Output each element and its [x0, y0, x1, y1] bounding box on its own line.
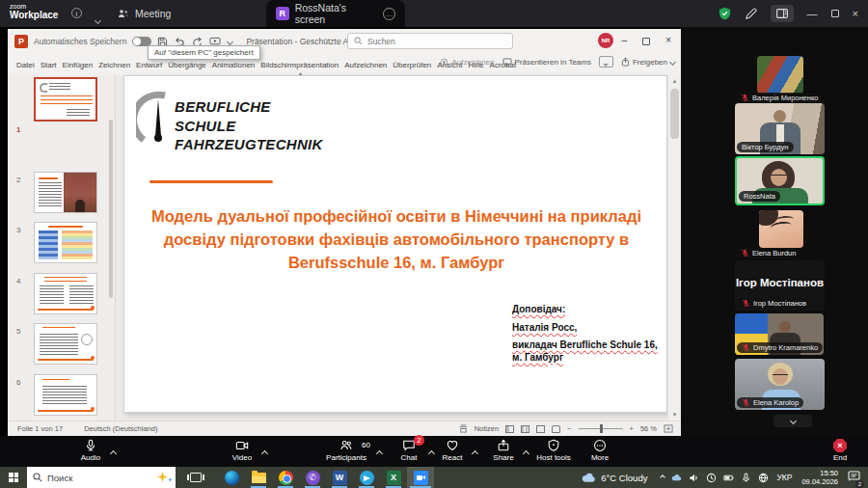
tab-options-icon[interactable]: …	[383, 8, 395, 20]
tab-meeting[interactable]: Meeting	[108, 0, 180, 27]
slide-number: 1	[16, 125, 20, 134]
camera-icon	[235, 439, 249, 452]
ppt-restore-button[interactable]	[642, 38, 650, 45]
video-button[interactable]: Video	[211, 439, 273, 462]
qat-more-chevron[interactable]	[227, 38, 233, 44]
notes-toggle[interactable]: Notizen	[475, 424, 499, 433]
reading-view-icon[interactable]	[536, 425, 545, 433]
menu-entwurf[interactable]: Entwurf	[136, 61, 162, 69]
video-tile-ihor-no-video[interactable]: Ігор Мостіпанов Ігор Мостіпанов	[735, 260, 825, 311]
toggle-panel-icon[interactable]	[771, 5, 794, 22]
weather-widget[interactable]: 6°C Cloudy	[582, 473, 647, 483]
menu-start[interactable]: Start	[41, 61, 57, 69]
menu-animationen[interactable]: Animationen	[212, 61, 255, 69]
audio-options-chevron[interactable]	[111, 443, 116, 460]
participants-button[interactable]: 60 Participants	[312, 439, 380, 462]
menu-zeichnen[interactable]: Zeichnen	[98, 61, 130, 69]
video-tile-rossnata-active-speaker[interactable]: RossNata	[735, 156, 825, 205]
ppt-close-button[interactable]: ×	[665, 35, 671, 45]
minimize-button[interactable]: —	[807, 7, 818, 20]
taskbar-clock[interactable]: 15:50 09.04.2026	[801, 469, 838, 486]
current-slide[interactable]: BERUFLICHE SCHULE FAHRZEUGTECHNIK Модель…	[123, 75, 667, 413]
slide-thumbnail-4[interactable]	[34, 273, 97, 314]
video-tile-elena-karolop[interactable]: Elena Karolop	[735, 359, 825, 410]
menu-einfuegen[interactable]: Einfügen	[63, 61, 94, 69]
slide-thumbnail-1[interactable]	[34, 77, 97, 122]
language-indicator[interactable]: УКР	[776, 473, 792, 482]
mic-tray-icon[interactable]	[741, 473, 751, 483]
video-tile-valeriya[interactable]	[757, 56, 803, 94]
thumbnail-scrollbar[interactable]	[109, 120, 113, 298]
slide-thumbnail-2[interactable]	[34, 172, 97, 213]
menu-aufzeichnen[interactable]: Aufzeichnen	[344, 61, 387, 69]
language-status[interactable]: Deutsch (Deutschland)	[84, 424, 157, 433]
zoom-out-button[interactable]: −	[567, 424, 571, 433]
heart-icon	[446, 439, 459, 452]
zoom-in-button[interactable]: +	[630, 424, 634, 433]
fit-to-window-icon[interactable]	[664, 424, 673, 433]
video-options-chevron[interactable]	[262, 443, 267, 460]
taskbar-app-word[interactable]: W	[326, 467, 353, 488]
volume-icon[interactable]	[689, 473, 699, 483]
menu-ueberpruefen[interactable]: Überprüfen	[393, 61, 431, 69]
more-button[interactable]: More	[569, 439, 631, 462]
taskbar-app-explorer[interactable]	[245, 467, 272, 488]
audio-button[interactable]: Audio	[60, 439, 122, 462]
slideshow-view-icon[interactable]	[552, 425, 560, 433]
present-in-teams-button[interactable]: Präsentieren in Teams	[502, 58, 591, 67]
menu-uebergaenge[interactable]: Übergänge	[168, 61, 206, 69]
notification-center-button[interactable]: 2	[848, 469, 860, 486]
scroll-down-arrow[interactable]: ▼	[668, 412, 681, 418]
scrollbar-thumb[interactable]	[670, 89, 679, 139]
share-icon	[621, 57, 630, 67]
onedrive-icon[interactable]	[671, 473, 682, 483]
slide-number: 4	[16, 277, 20, 285]
scroll-up-arrow[interactable]: ▲	[668, 78, 681, 84]
menu-bildschirmpraesentation[interactable]: Bildschirmpräsentation	[260, 61, 339, 69]
slide-sorter-view-icon[interactable]	[521, 425, 529, 433]
menu-datei[interactable]: Datei	[16, 61, 35, 69]
video-tile-elena-burdun[interactable]	[759, 210, 803, 248]
ppt-vertical-scrollbar[interactable]: ▲ ▼	[667, 75, 681, 420]
taskbar-app-zoom[interactable]	[407, 467, 434, 488]
comments-icon[interactable]	[599, 56, 613, 68]
tab-shared-screen[interactable]: R RossNata's screen …	[266, 0, 405, 27]
taskbar-search-box[interactable]: Поиск	[27, 467, 176, 488]
record-button[interactable]: Aufzeichnen	[440, 58, 494, 67]
taskbar-app-edge[interactable]	[218, 467, 245, 488]
clock-app-icon[interactable]	[706, 473, 717, 483]
zoom-slider[interactable]	[579, 428, 623, 429]
video-tile-dmytro[interactable]: Dmytro Kramarenko	[735, 313, 824, 355]
ppt-minimize-button[interactable]: –	[622, 35, 628, 45]
taskbar-app-telegram[interactable]	[353, 467, 380, 488]
battery-icon[interactable]	[723, 473, 734, 483]
start-button[interactable]	[0, 467, 27, 488]
end-meeting-button[interactable]: × End	[809, 439, 868, 462]
more-participants-chevron[interactable]	[773, 415, 812, 427]
network-icon[interactable]	[758, 473, 769, 483]
office-account-avatar[interactable]: NR	[598, 33, 613, 48]
tray-expand-chevron[interactable]	[661, 474, 666, 480]
chevron-down-icon[interactable]	[95, 10, 100, 27]
slide-thumbnail-5[interactable]	[34, 323, 97, 365]
ppt-window-controls: – ×	[622, 35, 671, 45]
restore-button[interactable]	[831, 10, 839, 17]
slide-thumbnail-3[interactable]	[34, 222, 97, 263]
slide-thumbnail-6[interactable]	[34, 374, 97, 416]
info-icon[interactable]: i	[71, 8, 82, 18]
share-button[interactable]: Freigeben	[621, 57, 675, 67]
task-view-button[interactable]	[183, 467, 208, 488]
taskbar-app-chrome[interactable]	[272, 467, 299, 488]
video-tile-viktor[interactable]: Віктор Бурдун	[735, 103, 825, 154]
ppt-search-box[interactable]: Suchen	[347, 33, 513, 49]
normal-view-icon[interactable]	[505, 425, 514, 433]
muted-mic-icon	[742, 398, 750, 407]
participant-name-label: Ігор Мостіпанов	[737, 298, 811, 309]
security-shield-icon[interactable]	[719, 7, 731, 20]
annotate-pencil-icon[interactable]	[745, 8, 757, 20]
zoom-percent[interactable]: 56 %	[640, 424, 657, 433]
close-button[interactable]: ×	[853, 7, 858, 20]
taskbar-app-excel[interactable]: X	[380, 467, 407, 488]
taskbar-app-viber[interactable]: ✆	[299, 467, 326, 488]
slide-title: Модель дуальної професійної освіти в Нім…	[140, 205, 653, 275]
